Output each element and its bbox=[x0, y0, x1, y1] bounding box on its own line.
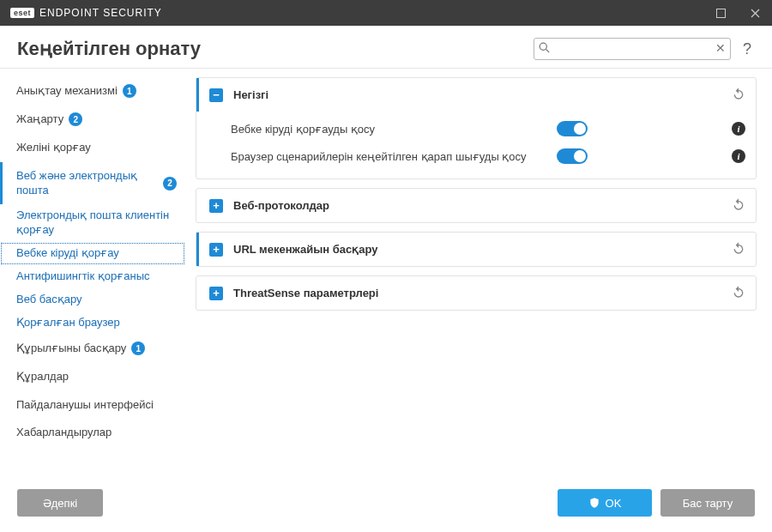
sidebar-item-label: Қорғалған браузер bbox=[16, 316, 120, 330]
window-maximize-icon[interactable] bbox=[703, 0, 738, 26]
panel-basic: − Негізгі Вебке кіруді қорғауды қосу i Б… bbox=[196, 77, 757, 179]
expand-icon: + bbox=[209, 243, 223, 257]
ok-button[interactable]: OK bbox=[558, 489, 652, 517]
button-label: Әдепкі bbox=[43, 497, 77, 510]
cancel-button[interactable]: Бас тарту bbox=[660, 489, 755, 517]
content-area: − Негізгі Вебке кіруді қорғауды қосу i Б… bbox=[189, 69, 772, 477]
default-button[interactable]: Әдепкі bbox=[17, 489, 103, 517]
window-close-icon[interactable] bbox=[738, 0, 772, 26]
sidebar-item-label: Жаңарту bbox=[16, 112, 63, 127]
sidebar: Анықтау механизмі 1 Жаңарту 2 Желіні қор… bbox=[0, 69, 189, 477]
button-label: Бас тарту bbox=[683, 497, 733, 510]
sidebar-item-label: Пайдаланушы интерфейсі bbox=[16, 398, 154, 413]
window-controls bbox=[703, 0, 772, 26]
brand-logo: eset bbox=[10, 8, 34, 18]
sidebar-item-email-client[interactable]: Электрондық пошта клиентін қорғау bbox=[0, 204, 185, 242]
sidebar-badge: 2 bbox=[163, 177, 177, 190]
svg-line-2 bbox=[546, 50, 550, 53]
help-button[interactable]: ? bbox=[739, 40, 755, 58]
expand-icon: + bbox=[209, 199, 223, 213]
sidebar-item-network-protection[interactable]: Желіні қорғау bbox=[0, 134, 185, 162]
sidebar-item-protected-browser[interactable]: Қорғалған браузер bbox=[0, 311, 185, 335]
panel-header-basic[interactable]: − Негізгі bbox=[196, 78, 756, 112]
panel-threatsense: + ThreatSense параметрлері bbox=[196, 275, 757, 311]
footer: Әдепкі OK Бас тарту bbox=[0, 477, 772, 532]
button-label: OK bbox=[606, 497, 622, 510]
sidebar-item-label: Анықтау механизмі bbox=[16, 84, 118, 99]
sidebar-item-antiphishing[interactable]: Антифишингтік қорғаныс bbox=[0, 265, 185, 288]
sidebar-item-label: Желіні қорғау bbox=[16, 141, 91, 155]
header: Кеңейтілген орнату ✕ ? bbox=[0, 26, 772, 68]
sidebar-badge: 1 bbox=[123, 84, 136, 98]
collapse-icon: − bbox=[209, 88, 223, 102]
setting-row: Вебке кіруді қорғауды қосу i bbox=[231, 115, 745, 142]
sidebar-item-web-access[interactable]: Вебке кіруді қорғау bbox=[0, 242, 185, 265]
sidebar-item-detection-engine[interactable]: Анықтау механизмі 1 bbox=[0, 77, 185, 106]
page-title: Кеңейтілген орнату bbox=[17, 38, 201, 60]
reset-icon[interactable] bbox=[732, 197, 745, 214]
expand-icon: + bbox=[209, 287, 223, 300]
reset-icon[interactable] bbox=[732, 87, 745, 103]
panel-header-threatsense[interactable]: + ThreatSense параметрлері bbox=[196, 276, 756, 310]
panel-title: ThreatSense параметрлері bbox=[233, 287, 378, 299]
search-icon bbox=[539, 42, 550, 56]
toggle-script-scan[interactable] bbox=[557, 148, 588, 164]
sidebar-item-label: Веб басқару bbox=[16, 293, 82, 307]
setting-row: Браузер сценарийлерін кеңейтілген қарап … bbox=[231, 142, 745, 170]
panel-header-url-management[interactable]: + URL мекенжайын басқару bbox=[196, 233, 756, 266]
svg-rect-0 bbox=[716, 9, 725, 17]
panel-header-web-protocols[interactable]: + Веб-протоколдар bbox=[196, 189, 756, 222]
info-icon[interactable]: i bbox=[732, 149, 745, 163]
sidebar-item-web-email[interactable]: Веб және электрондық пошта 2 bbox=[0, 162, 185, 205]
reset-icon[interactable] bbox=[732, 241, 745, 257]
title-bar: eset ENDPOINT SECURITY bbox=[0, 0, 772, 26]
reset-icon[interactable] bbox=[732, 285, 745, 301]
sidebar-item-notifications[interactable]: Хабарландырулар bbox=[0, 419, 185, 447]
panel-web-protocols: + Веб-протоколдар bbox=[196, 188, 757, 223]
setting-label: Вебке кіруді қорғауды қосу bbox=[231, 123, 557, 136]
info-icon[interactable]: i bbox=[732, 122, 745, 136]
sidebar-item-label: Вебке кіруді қорғау bbox=[16, 246, 119, 261]
svg-point-1 bbox=[540, 43, 546, 50]
setting-label: Браузер сценарийлерін кеңейтілген қарап … bbox=[231, 150, 557, 163]
toggle-web-access[interactable] bbox=[557, 121, 588, 136]
sidebar-item-device-control[interactable]: Құрылғыны басқару 1 bbox=[0, 335, 185, 363]
sidebar-item-update[interactable]: Жаңарту 2 bbox=[0, 106, 185, 134]
search-clear-icon[interactable]: ✕ bbox=[715, 41, 726, 55]
sidebar-item-label: Антифишингтік қорғаныс bbox=[16, 269, 150, 284]
sidebar-item-tools[interactable]: Құралдар bbox=[0, 363, 185, 391]
sidebar-badge: 2 bbox=[69, 112, 82, 126]
shield-icon bbox=[588, 497, 600, 509]
sidebar-badge: 1 bbox=[131, 342, 145, 355]
app-title: ENDPOINT SECURITY bbox=[39, 7, 162, 19]
sidebar-item-label: Хабарландырулар bbox=[16, 426, 112, 440]
sidebar-item-ui[interactable]: Пайдаланушы интерфейсі bbox=[0, 391, 185, 420]
sidebar-item-label: Құрылғыны басқару bbox=[16, 342, 126, 356]
search-box: ✕ bbox=[534, 38, 731, 60]
panel-title: Веб-протоколдар bbox=[233, 199, 329, 212]
sidebar-item-web-control[interactable]: Веб басқару bbox=[0, 288, 185, 311]
sidebar-item-label: Веб және электрондық пошта bbox=[16, 169, 158, 198]
sidebar-item-label: Құралдар bbox=[16, 370, 69, 384]
panel-title: URL мекенжайын басқару bbox=[233, 243, 377, 256]
sidebar-item-label: Электрондық пошта клиентін қорғау bbox=[16, 209, 177, 238]
panel-title: Негізгі bbox=[233, 88, 268, 101]
search-input[interactable] bbox=[534, 38, 731, 60]
panel-url-management: + URL мекенжайын басқару bbox=[196, 232, 757, 267]
